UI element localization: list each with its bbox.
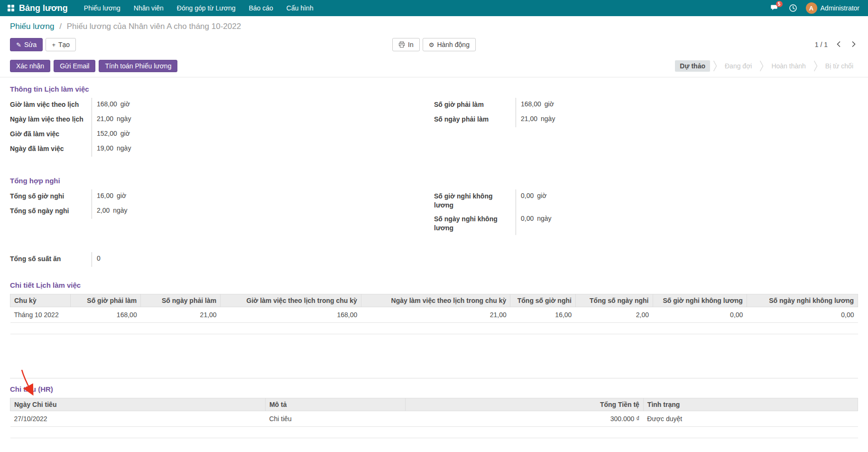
column-header[interactable]: Mô tả xyxy=(265,398,405,411)
activity-clock-icon[interactable] xyxy=(785,0,801,16)
breadcrumb-separator: / xyxy=(59,22,62,31)
field-value: 16,00giờ xyxy=(92,189,126,204)
section-title-work-info: Thông tin Lịch làm việc xyxy=(10,85,858,93)
pager: 1 / 1 xyxy=(815,40,858,50)
menu-reports[interactable]: Báo cáo xyxy=(242,0,279,16)
apps-menu-icon[interactable] xyxy=(8,5,14,11)
cell-duty-hours: 168,00 xyxy=(70,307,140,322)
cell-unpaid-hours: 0,00 xyxy=(653,307,747,322)
message-count-badge: 5 xyxy=(776,1,783,7)
column-header[interactable]: Số giờ phải làm xyxy=(70,294,140,307)
field-unpaid-leave-hours: Số giờ nghỉ không lương 0,00giờ xyxy=(434,189,858,212)
column-header[interactable]: Tổng số giờ nghỉ xyxy=(510,294,576,307)
cp-left-buttons: ✎ Sửa + Tạo xyxy=(10,38,76,51)
compute-payslip-button[interactable]: Tính toán Phiếu lương xyxy=(99,60,177,72)
working-detail-header-row: Chu kỳ Số giờ phải làm Số ngày phải làm … xyxy=(10,294,858,307)
column-header[interactable]: Chu kỳ xyxy=(10,294,71,307)
field-calendar-hours: Giờ làm việc theo lịch 168,00giờ xyxy=(10,98,434,113)
pager-next-button[interactable] xyxy=(850,40,858,50)
meals-left: Tổng số suất ăn 0 xyxy=(10,252,434,267)
field-label: Giờ đã làm việc xyxy=(10,127,92,141)
column-header[interactable]: Số giờ nghỉ không lương xyxy=(653,294,747,307)
create-button-label: Tạo xyxy=(58,41,70,48)
field-label: Tổng số ngày nghỉ xyxy=(10,204,92,218)
menu-configuration[interactable]: Cấu hình xyxy=(280,0,320,16)
gear-icon: ⚙ xyxy=(429,42,434,48)
field-worked-days: Ngày đã làm việc 19,00ngày xyxy=(10,142,434,157)
top-navbar: Bảng lương Phiếu lương Nhân viên Đóng gó… xyxy=(0,0,868,16)
column-header[interactable]: Tình trạng xyxy=(643,398,858,411)
column-header[interactable]: Ngày làm việc theo lịch trong chu kỳ xyxy=(361,294,510,307)
work-info-group: Giờ làm việc theo lịch 168,00giờ Ngày là… xyxy=(10,98,858,157)
column-header[interactable]: Số ngày phải làm xyxy=(141,294,221,307)
field-value: 0,00ngày xyxy=(516,212,552,235)
control-panel-buttons: ✎ Sửa + Tạo In ⚙ xyxy=(10,37,858,52)
pager-previous-button[interactable] xyxy=(834,40,843,50)
cell-calendar-hours: 168,00 xyxy=(221,307,361,322)
field-label: Tổng số giờ nghỉ xyxy=(10,189,92,203)
form-sheet: Thông tin Lịch làm việc Giờ làm việc the… xyxy=(0,77,868,438)
cell-status: Được duyệt xyxy=(643,411,858,426)
payslip-form-page: Bảng lương Phiếu lương Nhân viên Đóng gó… xyxy=(0,0,868,452)
column-header[interactable]: Số ngày nghỉ không lương xyxy=(747,294,858,307)
field-value: 0,00giờ xyxy=(516,189,546,212)
field-value: 168,00giờ xyxy=(516,98,554,113)
send-email-button[interactable]: Gửi Email xyxy=(54,60,95,72)
action-button-label: Hành động xyxy=(437,41,470,48)
field-value: 168,00giờ xyxy=(92,98,130,113)
field-value: 21,00ngày xyxy=(92,113,131,127)
breadcrumb-parent-link[interactable]: Phiếu lương xyxy=(10,22,54,31)
user-menu[interactable]: A Administrator xyxy=(803,2,862,14)
confirm-button[interactable]: Xác nhận xyxy=(10,60,50,72)
menu-payslips[interactable]: Phiếu lương xyxy=(77,0,127,16)
section-title-working-detail: Chi tiết Lịch làm việc xyxy=(10,281,858,289)
field-value: 21,00ngày xyxy=(516,113,555,127)
state-refused[interactable]: Bị từ chối xyxy=(821,60,858,72)
empty-row xyxy=(10,426,858,438)
plus-icon: + xyxy=(52,42,55,48)
field-duty-hours: Số giờ phải làm 168,00giờ xyxy=(434,98,858,113)
field-total-leave-days: Tổng số ngày nghỉ 2,00ngày xyxy=(10,204,434,219)
cell-expense-date: 27/10/2022 xyxy=(10,411,266,426)
column-header[interactable]: Tổng số ngày nghỉ xyxy=(575,294,653,307)
column-header[interactable]: Tổng Tiền tệ xyxy=(405,398,643,411)
state-arrow-icon xyxy=(713,60,717,72)
breadcrumb: Phiếu lương / Phiếu lương của Nhân viên … xyxy=(10,22,858,31)
edit-button[interactable]: ✎ Sửa xyxy=(10,38,43,51)
cell-calendar-days: 21,00 xyxy=(361,307,510,322)
field-unpaid-leave-days: Số ngày nghỉ không lương 0,00ngày xyxy=(434,212,858,235)
work-info-right: Số giờ phải làm 168,00giờ Số ngày phải l… xyxy=(434,98,858,157)
pager-value[interactable]: 1 / 1 xyxy=(815,41,828,48)
field-label: Số ngày nghỉ không lương xyxy=(434,212,516,235)
section-title-expenses: Chi tiêu (HR) xyxy=(10,385,858,393)
field-label: Số giờ phải làm xyxy=(434,98,516,112)
column-header[interactable]: Giờ làm việc theo lịch trong chu kỳ xyxy=(221,294,361,307)
column-header[interactable]: Ngày Chi tiêu xyxy=(10,398,266,411)
create-button[interactable]: + Tạo xyxy=(46,38,76,51)
cell-leave-hours: 16,00 xyxy=(510,307,576,322)
messages-icon[interactable]: 5 xyxy=(767,0,783,16)
state-waiting[interactable]: Đang đợi xyxy=(720,60,757,72)
field-duty-days: Số ngày phải làm 21,00ngày xyxy=(434,113,858,127)
state-draft[interactable]: Dự thảo xyxy=(675,60,710,72)
leave-summary-left: Tổng số giờ nghỉ 16,00giờ Tổng số ngày n… xyxy=(10,189,434,235)
chevron-left-icon xyxy=(836,41,841,47)
state-done[interactable]: Hoàn thành xyxy=(766,60,810,72)
working-detail-row[interactable]: Tháng 10 2022 168,00 21,00 168,00 21,00 … xyxy=(10,307,858,322)
expense-row[interactable]: 27/10/2022 Chi tiêu 300.000 ₫ Được duyệt xyxy=(10,411,858,426)
clock-icon xyxy=(789,4,797,12)
cell-total-amount: 300.000 ₫ xyxy=(405,411,643,426)
print-button[interactable]: In xyxy=(392,38,420,51)
app-name[interactable]: Bảng lương xyxy=(19,3,68,13)
empty-row xyxy=(10,322,858,334)
action-button[interactable]: ⚙ Hành động xyxy=(423,38,476,51)
field-label: Tổng số suất ăn xyxy=(10,252,92,266)
menu-employees[interactable]: Nhân viên xyxy=(127,0,170,16)
field-total-leave-hours: Tổng số giờ nghỉ 16,00giờ xyxy=(10,189,434,204)
print-button-label: In xyxy=(408,41,414,48)
pencil-icon: ✎ xyxy=(16,42,21,48)
field-label: Số giờ nghỉ không lương xyxy=(434,189,516,212)
menu-salary-contributions[interactable]: Đóng góp từ Lương xyxy=(170,0,242,16)
cell-description: Chi tiêu xyxy=(265,411,405,426)
field-value: 152,00giờ xyxy=(92,127,130,142)
